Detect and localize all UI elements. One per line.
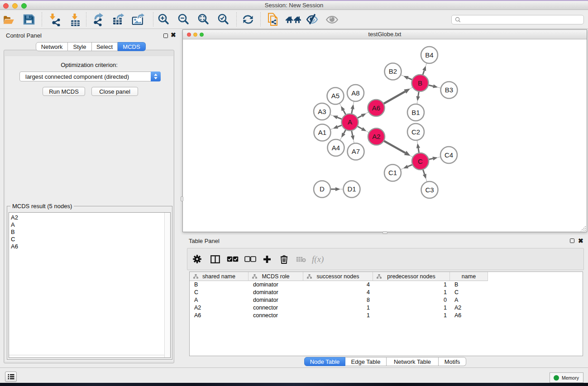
graph-node-C[interactable]: C	[412, 153, 429, 170]
network-window-titlebar[interactable]: testGlobe.txt	[183, 30, 587, 39]
table-cell[interactable]: 1	[373, 289, 450, 296]
table-cell[interactable]: A6	[190, 312, 249, 319]
graph-node-A1[interactable]: A1	[314, 124, 331, 141]
mcds-result-item[interactable]: C	[11, 236, 18, 243]
table-panel-close-button[interactable]: ✖	[578, 238, 583, 243]
network-canvas[interactable]: B4B2BB3A8A5A6A3B1AC2A1A2A4A7C4CC1C3DD1	[183, 39, 587, 232]
graph-node-D1[interactable]: D1	[344, 181, 360, 198]
window-edge-grabber-bottom[interactable]	[382, 231, 387, 234]
graph-node-A[interactable]: A	[342, 114, 359, 131]
table-cell[interactable]: B	[190, 281, 249, 289]
graph-node-C1[interactable]: C1	[384, 165, 401, 181]
table-cell[interactable]: A2	[450, 304, 488, 312]
table-cell[interactable]: 1	[373, 304, 450, 312]
tab-select[interactable]: Select	[92, 42, 118, 51]
window-edge-grabber-left[interactable]	[181, 196, 183, 201]
network-files-button[interactable]	[266, 13, 281, 26]
memory-button[interactable]: Memory	[550, 372, 583, 383]
mcds-result-item[interactable]: A2	[11, 214, 18, 221]
column-header-predecessor-nodes[interactable]: predecessor nodes	[373, 272, 450, 281]
graph-node-B[interactable]: B	[412, 75, 429, 91]
task-history-button[interactable]	[5, 372, 17, 382]
table-cell[interactable]: A	[190, 296, 249, 304]
table-row[interactable]: A2connector11A2	[190, 304, 488, 312]
add-column-button[interactable]	[263, 248, 271, 270]
graph-node-B4[interactable]: B4	[421, 47, 438, 63]
tab-style[interactable]: Style	[68, 42, 92, 51]
table-cell[interactable]: B	[450, 281, 488, 289]
mcds-result-item[interactable]: B	[11, 229, 18, 236]
table-cell[interactable]: A6	[450, 312, 488, 319]
tab-network[interactable]: Network	[36, 42, 68, 51]
network-close-button[interactable]	[187, 33, 191, 37]
export-table-button[interactable]	[111, 13, 126, 26]
mcds-result-list[interactable]: A2ABCA6	[9, 212, 171, 358]
mcds-list-vscrollbar[interactable]	[164, 213, 170, 357]
toggle-panel-split-button[interactable]	[210, 248, 220, 270]
graph-node-A8[interactable]: A8	[347, 85, 364, 101]
control-panel-close-button[interactable]: ✖	[171, 32, 176, 38]
search-input[interactable]	[463, 16, 583, 24]
graph-node-A2[interactable]: A2	[368, 129, 385, 145]
graph-node-B2[interactable]: B2	[385, 63, 402, 80]
column-header-successor-nodes[interactable]: successor nodes	[303, 272, 373, 281]
mcds-result-item[interactable]: A	[11, 221, 18, 229]
home-views-button[interactable]	[286, 13, 301, 26]
function-builder-button[interactable]: f(x)	[312, 248, 324, 270]
select-all-rows-button[interactable]	[227, 248, 239, 270]
table-cell[interactable]: 1	[303, 304, 373, 312]
graph-node-C2[interactable]: C2	[407, 124, 424, 140]
graph-node-C4[interactable]: C4	[440, 147, 457, 163]
run-mcds-button[interactable]: Run MCDS	[43, 87, 85, 96]
table-cell[interactable]: connector	[249, 312, 303, 319]
table-row[interactable]: Cdominator41C	[190, 289, 488, 296]
mcds-result-item[interactable]: A6	[11, 243, 18, 250]
tab-mcds[interactable]: MCDS	[118, 42, 146, 51]
column-settings-button[interactable]	[193, 248, 201, 270]
close-window-button[interactable]	[3, 3, 9, 9]
deselect-all-rows-button[interactable]	[244, 248, 256, 270]
table-cell[interactable]: 4	[303, 289, 373, 296]
export-image-button[interactable]	[130, 13, 146, 26]
show-graphics-details-button[interactable]	[324, 13, 339, 26]
graph-node-D[interactable]: D	[314, 181, 330, 198]
table-cell[interactable]: 1	[303, 312, 373, 319]
table-panel-float-button[interactable]	[570, 238, 574, 243]
column-header-shared-name[interactable]: shared name	[190, 272, 249, 281]
table-cell[interactable]: C	[190, 289, 249, 296]
zoom-selected-button[interactable]	[215, 13, 231, 26]
tab-node-table[interactable]: Node Table	[304, 357, 345, 366]
hide-graphics-details-button[interactable]	[305, 13, 320, 26]
tab-edge-table[interactable]: Edge Table	[345, 357, 387, 366]
zoom-in-button[interactable]	[156, 13, 171, 26]
table-cell[interactable]: dominator	[249, 289, 303, 296]
table-row[interactable]: Adominator80A	[190, 296, 488, 304]
graph-node-A3[interactable]: A3	[314, 103, 330, 120]
table-cell[interactable]: 1	[373, 281, 450, 289]
table-row[interactable]: Bdominator41B	[190, 281, 488, 289]
column-header-MCDS-role[interactable]: MCDS role	[249, 272, 303, 281]
graph-node-A6[interactable]: A6	[368, 100, 385, 116]
table-cell[interactable]: dominator	[249, 281, 303, 289]
table-cell[interactable]: dominator	[249, 296, 303, 304]
export-network-button[interactable]	[91, 13, 107, 26]
table-row[interactable]: A6connector11A6	[190, 312, 488, 319]
column-header-name[interactable]: name	[450, 272, 488, 281]
refresh-button[interactable]	[240, 13, 256, 26]
graph-node-A5[interactable]: A5	[327, 88, 344, 105]
table-cell[interactable]: 4	[303, 281, 373, 289]
tab-network-table[interactable]: Network Table	[387, 357, 439, 366]
optimization-criterion-select[interactable]: largest connected component (directed)	[19, 71, 161, 81]
table-cell[interactable]: 0	[373, 296, 450, 304]
graph-node-B3[interactable]: B3	[441, 82, 458, 99]
table-cell[interactable]: 1	[373, 312, 450, 319]
network-zoom-button[interactable]	[200, 33, 204, 37]
zoom-fit-button[interactable]	[196, 13, 211, 26]
table-cell[interactable]: A	[450, 296, 488, 304]
import-network-button[interactable]	[47, 13, 62, 26]
delete-column-button[interactable]	[280, 248, 288, 270]
mcds-list-hscrollbar[interactable]	[9, 355, 164, 357]
network-minimize-button[interactable]	[193, 33, 197, 37]
zoom-window-button[interactable]	[21, 3, 27, 9]
open-session-button[interactable]	[1, 13, 17, 26]
